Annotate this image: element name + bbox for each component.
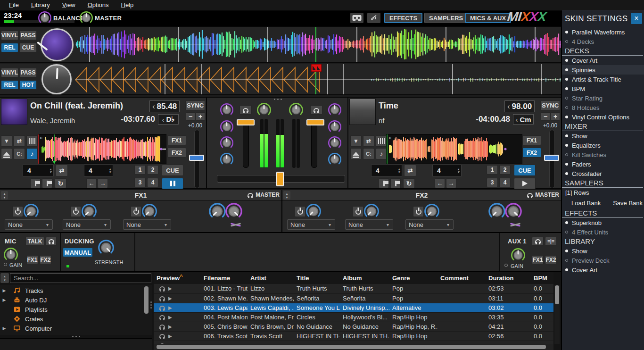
- play-icon[interactable]: ▶: [168, 305, 172, 310]
- deck2-repeat-button[interactable]: ⇄: [363, 135, 374, 147]
- library-collapse-button[interactable]: ▴▾: [0, 273, 9, 283]
- deck2-eq-gain-knob[interactable]: [328, 103, 342, 117]
- skin-option-vinyl-control-options[interactable]: Vinyl Control Options: [562, 112, 644, 122]
- effects-toggle-button[interactable]: EFFECTS: [384, 13, 422, 23]
- deck1-bpm-display[interactable]: ‹85.48: [149, 100, 180, 112]
- deck2-eject-button[interactable]: [350, 148, 362, 159]
- record-button[interactable]: [350, 13, 363, 23]
- deck2-pitch-down-button[interactable]: −: [541, 112, 550, 121]
- deck1-overview-waveform[interactable]: c: [38, 134, 166, 164]
- deck1-volume-fader[interactable]: [243, 119, 249, 168]
- deck2-overview-waveform[interactable]: c: [386, 134, 522, 164]
- deck2-vinyl-pass-button[interactable]: PASS: [19, 68, 37, 77]
- deck2-reloop-button[interactable]: ↻: [403, 178, 415, 188]
- table-row[interactable]: ▶001. Lizzo - Trut...LizzoTruth HurtsTru…: [154, 284, 553, 293]
- aux1-fx2-button[interactable]: FX2: [545, 255, 557, 264]
- aux1-gain-knob[interactable]: [511, 248, 526, 263]
- skin-option-superknob[interactable]: Superknob: [562, 218, 644, 227]
- headphone-icon[interactable]: [159, 296, 165, 300]
- fx2-slot1-effect-selector[interactable]: None▾: [287, 219, 335, 230]
- deck1-spinny[interactable]: [41, 28, 74, 61]
- deck2-loop-toggle-button[interactable]: ⇄: [404, 165, 416, 176]
- skin-option-faders[interactable]: Faders: [562, 159, 644, 169]
- column-header-bpm[interactable]: BPM: [531, 272, 553, 284]
- sidebar-item-tracks[interactable]: ▶Tracks: [0, 286, 152, 295]
- deck1-cue-mode-button[interactable]: C:: [14, 148, 25, 159]
- skin-option-artist-track-title[interactable]: Artist & Track Title: [562, 75, 644, 84]
- deck2-bpm-display[interactable]: ‹98.00: [504, 100, 535, 112]
- deck1-pitch-slider-handle[interactable]: [189, 155, 204, 161]
- fx2-crossfader-assign-icon[interactable]: [510, 221, 520, 228]
- fx1-mix-knob[interactable]: [208, 202, 226, 220]
- deck1-gain-knob[interactable]: [256, 102, 272, 117]
- aux1-routing-button[interactable]: =|=: [545, 237, 557, 246]
- play-icon[interactable]: ▶: [168, 315, 172, 320]
- deck1-sync-button[interactable]: SYNC: [185, 100, 205, 110]
- deck2-gain-knob[interactable]: [289, 102, 304, 117]
- deck2-cue-mode-button[interactable]: C:: [363, 148, 374, 159]
- fx1-super-knob[interactable]: [225, 202, 243, 220]
- preview-cell[interactable]: ▶: [154, 293, 201, 303]
- fx2-slot2-enable-button[interactable]: [353, 206, 363, 217]
- deck1-cover-art[interactable]: [1, 99, 27, 125]
- save-bank-button[interactable]: Save Bank: [613, 200, 643, 207]
- deck2-beatjump-forward-button[interactable]: →: [446, 178, 456, 188]
- deck2-beatjump-back-button[interactable]: ←: [435, 178, 445, 188]
- deck2-slip-button[interactable]: ▼: [350, 135, 362, 147]
- expand-arrow-icon[interactable]: ▶: [0, 298, 8, 302]
- crossfader-handle[interactable]: [276, 172, 284, 186]
- headphone-icon[interactable]: [527, 193, 533, 197]
- fx-master-label[interactable]: MASTER: [256, 192, 280, 198]
- sidebar-item-auto-dj[interactable]: ▶Auto DJ: [0, 295, 152, 305]
- headphone-icon[interactable]: [159, 315, 165, 319]
- deck2-hotcue-2-button[interactable]: 2: [499, 165, 511, 175]
- skin-option-4-effect-units[interactable]: 4 Effect Units: [562, 227, 644, 237]
- fx2-mix-knob[interactable]: [488, 202, 506, 220]
- skin-option--1-rows[interactable]: [1] Rows: [562, 188, 644, 197]
- deck1-fx1-assign-button[interactable]: FX1: [167, 135, 186, 145]
- deck1-fx2-assign-button[interactable]: FX2: [167, 148, 186, 158]
- fx2-slot3-effect-selector[interactable]: None▾: [405, 219, 454, 230]
- deck2-beatjump-size-spinbox[interactable]: 4▴▾: [432, 165, 462, 176]
- menu-file[interactable]: File: [4, 0, 24, 9]
- balance-knob[interactable]: [38, 11, 52, 25]
- table-row-partial[interactable]: ▶: [154, 341, 553, 344]
- deck2-cover-art[interactable]: [349, 99, 376, 125]
- column-header-duration[interactable]: Duration: [486, 272, 531, 284]
- deck2-waveform[interactable]: [75, 64, 561, 94]
- table-row[interactable]: ▶002. Shawn Me...Shawn Mendes,...Señorit…: [154, 293, 553, 303]
- deck1-pitch-down-button[interactable]: −: [186, 112, 195, 121]
- deck2-key-display[interactable]: ‹Cm: [513, 114, 534, 125]
- deck2-pitch-slider-handle[interactable]: [544, 155, 559, 161]
- skin-option-crossfader[interactable]: Crossfader: [562, 169, 644, 178]
- headphone-icon[interactable]: [159, 325, 165, 329]
- play-icon[interactable]: ▶: [168, 296, 172, 301]
- deck1-vinyl-pass-button[interactable]: PASS: [19, 31, 37, 40]
- samplers-toggle-button[interactable]: SAMPLERS: [424, 13, 468, 23]
- play-icon[interactable]: ▶: [168, 286, 172, 291]
- deck1-volume-fader-handle[interactable]: [237, 119, 255, 125]
- column-header-artist[interactable]: Artist: [248, 272, 294, 284]
- deck2-eq-low-knob[interactable]: [328, 152, 342, 167]
- skin-option-bpm[interactable]: BPM: [562, 84, 644, 93]
- deck2-loop-out-button[interactable]: [390, 178, 401, 188]
- deck2-vinyl-rel-button[interactable]: REL: [1, 80, 18, 90]
- mics-aux-toggle-button[interactable]: MICS & AUX: [465, 13, 511, 23]
- fx2-slot1-meta-knob[interactable]: [305, 203, 322, 219]
- deck1-pitch-up-button[interactable]: +: [196, 112, 205, 121]
- mic-fx1-button[interactable]: FX1: [26, 255, 38, 264]
- expand-arrow-icon[interactable]: ▶: [0, 326, 8, 331]
- headphone-icon[interactable]: [159, 306, 165, 310]
- deck1-repeat-button[interactable]: ⇄: [14, 135, 25, 147]
- menu-options[interactable]: Options: [83, 0, 114, 9]
- deck2-hotcue-3-button[interactable]: 3: [487, 178, 498, 187]
- deck1-slip-button[interactable]: ▼: [1, 135, 12, 147]
- mic-gain-knob[interactable]: [3, 247, 18, 262]
- deck2-spinny[interactable]: [41, 64, 72, 94]
- deck2-eq-high-knob[interactable]: [328, 120, 342, 134]
- headphone-icon[interactable]: [248, 193, 253, 197]
- fx-master-label[interactable]: MASTER: [535, 192, 559, 198]
- expand-arrow-icon[interactable]: ▶: [0, 288, 8, 293]
- fx1-slot3-effect-selector[interactable]: None▾: [123, 219, 171, 230]
- deck1-beatgrid-button[interactable]: [26, 135, 38, 147]
